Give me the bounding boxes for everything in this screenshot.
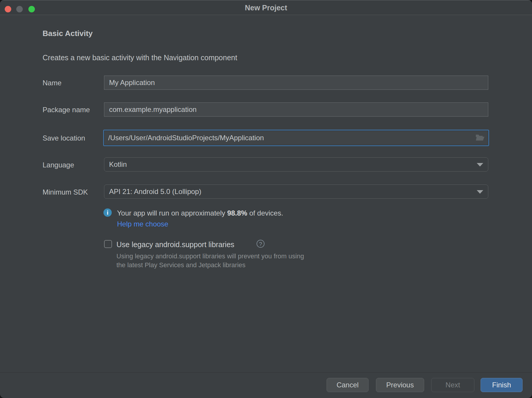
language-dropdown[interactable]: Kotlin [104, 157, 488, 172]
legacy-description-line2: the latest Play Services and Jetpack lib… [116, 261, 304, 270]
legacy-support-checkbox[interactable] [104, 240, 112, 248]
open-folder-icon [475, 138, 485, 143]
chevron-down-icon [477, 163, 483, 167]
package-name-label: Package name [43, 106, 90, 114]
name-input[interactable] [104, 76, 488, 90]
legacy-support-description: Using legacy android.support libraries w… [116, 252, 304, 270]
sdk-coverage-suffix: of devices. [247, 209, 283, 217]
language-label: Language [43, 161, 74, 169]
screenshot-root: New Project Basic Activity Creates a new… [0, 0, 532, 398]
chevron-down-icon [477, 190, 483, 194]
save-location-label: Save location [43, 134, 85, 142]
save-location-input[interactable] [104, 131, 488, 145]
minimum-sdk-label: Minimum SDK [43, 188, 88, 196]
legacy-support-label: Use legacy android.support libraries [116, 240, 234, 249]
language-selected-value: Kotlin [109, 160, 127, 168]
new-project-dialog: New Project Basic Activity Creates a new… [0, 0, 532, 398]
package-name-input[interactable] [104, 102, 488, 117]
minimum-sdk-dropdown[interactable]: API 21: Android 5.0 (Lollipop) [104, 185, 488, 199]
browse-folder-button[interactable] [474, 133, 486, 143]
title-bar: New Project [0, 0, 532, 15]
info-icon: i [103, 208, 112, 217]
legacy-description-line1: Using legacy android.support libraries w… [116, 252, 304, 261]
footer-divider [0, 372, 532, 373]
cancel-button[interactable]: Cancel [327, 378, 369, 392]
sdk-coverage-percent: 98.8% [227, 209, 247, 217]
help-question-icon[interactable]: ? [257, 240, 265, 248]
previous-button[interactable]: Previous [376, 378, 424, 392]
finish-button[interactable]: Finish [481, 378, 523, 392]
minimum-sdk-selected-value: API 21: Android 5.0 (Lollipop) [109, 187, 201, 195]
name-label: Name [43, 79, 61, 87]
sdk-coverage-prefix: Your app will run on approximately [117, 209, 227, 217]
sdk-coverage-text: Your app will run on approximately 98.8%… [117, 209, 283, 217]
page-subtitle: Creates a new basic activity with the Na… [43, 53, 237, 62]
page-title: Basic Activity [43, 29, 93, 38]
help-me-choose-link[interactable]: Help me choose [117, 220, 168, 228]
save-location-field [103, 130, 489, 146]
window-title: New Project [0, 0, 532, 15]
next-button[interactable]: Next [431, 378, 474, 392]
